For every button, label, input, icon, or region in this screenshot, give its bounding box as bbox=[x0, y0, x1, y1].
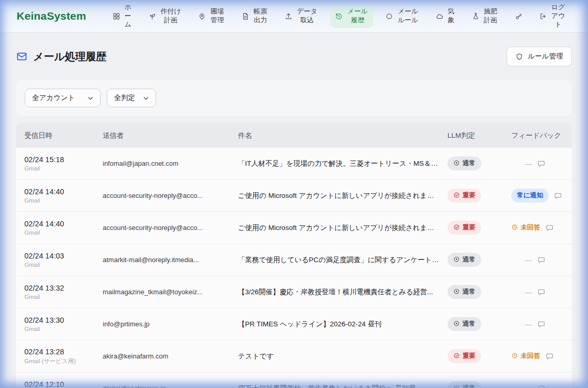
llm-verdict-cell: 通常 bbox=[447, 156, 511, 170]
nav-item-label: ログアウト bbox=[551, 3, 566, 29]
nav-item-report-output[interactable]: 帳票出力 bbox=[237, 4, 273, 27]
verdict-label: 重要 bbox=[463, 352, 475, 361]
llm-verdict-cell: 重要 bbox=[447, 221, 511, 235]
account-name: Gmail bbox=[24, 294, 103, 300]
table-row[interactable]: 02/24 14:40Gmailaccount-security-noreply… bbox=[16, 179, 572, 211]
account-name: Gmail bbox=[24, 197, 103, 204]
received-datetime-cell: 02/24 14:40Gmail bbox=[24, 220, 103, 236]
mail-icon bbox=[16, 51, 27, 62]
llm-verdict-cell: 通常 bbox=[447, 285, 511, 299]
nav-item-weather[interactable]: 気象 bbox=[431, 4, 459, 27]
app-logo: KeinaSystem bbox=[17, 10, 86, 22]
comment-icon[interactable] bbox=[537, 384, 545, 388]
verdict-label: 通常 bbox=[463, 255, 475, 264]
comment-icon[interactable] bbox=[537, 288, 545, 296]
logout-icon bbox=[539, 12, 547, 20]
feedback-cell: — bbox=[511, 384, 572, 388]
nav-item-home[interactable]: ホーム bbox=[108, 0, 136, 32]
circle-check-icon bbox=[453, 352, 460, 361]
nav-item-label: 圃場管理 bbox=[209, 7, 225, 24]
nav-item-label: メールルール bbox=[397, 7, 419, 24]
received-datetime-cell: 02/24 14:03Gmail bbox=[24, 252, 103, 268]
sender-address: digital@kochinews.jp bbox=[103, 384, 238, 388]
circle-dot-icon bbox=[453, 160, 460, 168]
feedback-cell: — bbox=[511, 256, 572, 264]
column-header-sender: 送信者 bbox=[103, 131, 238, 140]
sender-address: account-security-noreply@acco... bbox=[103, 224, 238, 232]
nav-item-label: 作付け計画 bbox=[160, 7, 181, 24]
table-row[interactable]: 02/24 14:40Gmailaccount-security-noreply… bbox=[16, 211, 572, 243]
mail-subject: 【3/26開催】慶応・岸教授登壇！横川電機責任者とみる経営... bbox=[238, 288, 447, 297]
table-row[interactable]: 02/24 13:32Gmailmailmagazine_tkmail@toyo… bbox=[16, 276, 572, 308]
nav-item-data-import[interactable]: データ取込 bbox=[280, 4, 323, 27]
sender-address: account-security-noreply@acco... bbox=[103, 192, 238, 199]
received-datetime-cell: 02/24 14:40Gmail bbox=[24, 188, 103, 204]
key-icon bbox=[515, 12, 523, 20]
feedback-cell: 未回答 bbox=[511, 223, 572, 232]
nav-item-fertilizer-plan[interactable]: 施肥計画 bbox=[467, 4, 503, 27]
received-datetime: 02/24 14:40 bbox=[24, 220, 103, 228]
comment-icon[interactable] bbox=[554, 192, 562, 200]
nav-item-logout[interactable]: ログアウト bbox=[535, 0, 570, 32]
filter-panel: 全アカウント 全判定 bbox=[16, 80, 572, 116]
table-row[interactable]: 02/24 14:03Gmailatmarkit-mail@noreply.it… bbox=[16, 243, 572, 276]
comment-icon[interactable] bbox=[545, 352, 554, 361]
nav-item-label: データ取込 bbox=[296, 7, 318, 24]
verdict-badge-normal: 通常 bbox=[447, 381, 481, 388]
feedback-cell: 常に通知 bbox=[511, 189, 572, 203]
received-datetime-cell: 02/24 13:28Gmail (サービス用) bbox=[24, 348, 103, 365]
sender-address: infomail@japan.cnet.com bbox=[103, 160, 238, 167]
verdict-filter-select[interactable]: 全判定 bbox=[107, 89, 156, 107]
mail-subject: 【PR TIMES ヘッドライン】2026-02-24 昼刊 bbox=[238, 320, 447, 329]
unanswered-label: 未回答 bbox=[521, 223, 540, 232]
nav-item-mail-history[interactable]: メール履歴 bbox=[330, 4, 373, 27]
received-datetime-cell: 02/24 15:18Gmail bbox=[24, 155, 103, 172]
table-row[interactable]: 02/24 13:28Gmail (サービス用)akira@keinafarm.… bbox=[16, 340, 572, 372]
verdict-badge-normal: 通常 bbox=[447, 253, 481, 267]
history-icon bbox=[335, 12, 343, 20]
app-window: KeinaSystem ホーム作付け計画圃場管理帳票出力データ取込メール履歴メー… bbox=[0, 0, 588, 388]
comment-icon[interactable] bbox=[537, 320, 545, 328]
verdict-badge-normal: 通常 bbox=[447, 156, 481, 170]
account-name: Gmail bbox=[24, 229, 103, 236]
llm-verdict-cell: 通常 bbox=[447, 317, 511, 331]
verdict-filter-value: 全判定 bbox=[114, 93, 135, 103]
received-datetime-cell: 02/24 12:10 bbox=[24, 380, 103, 388]
column-header-subject: 件名 bbox=[238, 131, 447, 140]
nav-items: ホーム作付け計画圃場管理帳票出力データ取込メール履歴メールルール気象施肥計画ログ… bbox=[108, 0, 570, 32]
sender-address: mailmagazine_tkmail@toyokeiz... bbox=[103, 288, 238, 296]
shield-icon bbox=[515, 53, 523, 61]
received-datetime-cell: 02/24 13:30Gmail bbox=[24, 316, 103, 333]
circle-check-icon bbox=[453, 224, 460, 232]
no-feedback-dash: — bbox=[525, 320, 532, 328]
nav-item-planting-plan[interactable]: 作付け計画 bbox=[144, 4, 186, 27]
nav-item-label: 気象 bbox=[447, 7, 455, 24]
table-row[interactable]: 02/24 15:18Gmailinfomail@japan.cnet.com「… bbox=[16, 148, 572, 179]
nav-item-api-key[interactable] bbox=[510, 9, 527, 23]
comment-icon[interactable] bbox=[545, 224, 554, 232]
mail-history-table: 受信日時 送信者 件名 LLM判定 フィードバック 02/24 15:18Gma… bbox=[16, 123, 572, 388]
llm-verdict-cell: 通常 bbox=[447, 253, 511, 267]
nav-item-label: 施肥計画 bbox=[483, 7, 498, 24]
account-name: Gmail bbox=[24, 262, 103, 268]
nav-item-field-management[interactable]: 圃場管理 bbox=[193, 4, 229, 27]
received-datetime: 02/24 15:18 bbox=[24, 155, 103, 164]
account-name: Gmail bbox=[24, 326, 103, 333]
verdict-label: 通常 bbox=[463, 384, 475, 388]
account-filter-select[interactable]: 全アカウント bbox=[25, 89, 101, 107]
circle-dot-icon bbox=[453, 320, 460, 328]
chevron-down-icon bbox=[87, 95, 94, 102]
verdict-label: 通常 bbox=[463, 320, 475, 328]
received-datetime: 02/24 13:28 bbox=[24, 348, 103, 356]
comment-icon[interactable] bbox=[537, 160, 545, 168]
table-row[interactable]: 02/24 12:10digital@kochinews.jp四万十福祉専門学校… bbox=[16, 372, 572, 388]
table-row[interactable]: 02/24 13:30Gmailinfo@prtimes.jp【PR TIMES… bbox=[16, 308, 572, 340]
table-header-row: 受信日時 送信者 件名 LLM判定 フィードバック bbox=[16, 123, 572, 148]
mail-subject: テストです bbox=[238, 352, 447, 361]
document-icon bbox=[242, 12, 249, 20]
rule-management-button[interactable]: ルール管理 bbox=[507, 47, 572, 66]
comment-icon[interactable] bbox=[537, 256, 545, 264]
nav-item-mail-rules[interactable]: メールルール bbox=[381, 4, 424, 27]
mail-subject: 「IT人材不足」を現場の力で解決。三菱オートリース・MS＆AD... bbox=[238, 159, 447, 168]
no-feedback-dash: — bbox=[525, 256, 532, 264]
